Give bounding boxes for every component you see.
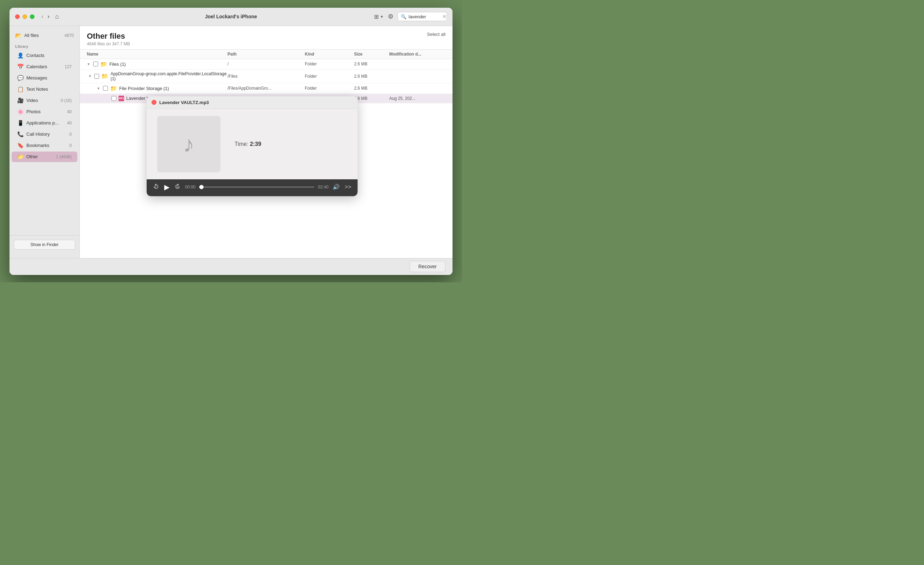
volume-button[interactable]: 🔊 xyxy=(332,184,340,190)
row-filename: File Provider Storage (1) xyxy=(119,86,169,91)
sidebar-item-video[interactable]: 🎥 Video 0 (16) xyxy=(12,95,77,106)
search-clear-icon[interactable]: ✕ xyxy=(442,14,447,19)
time-label: Time: xyxy=(234,141,248,147)
expand-chevron[interactable]: ▼ xyxy=(87,62,91,66)
sidebar-item-other[interactable]: 📁 Other 1 (4646) xyxy=(12,151,77,162)
view-toggle[interactable]: ⊞ ▼ xyxy=(374,13,384,20)
maximize-button[interactable] xyxy=(30,14,34,19)
calendars-icon: 📅 xyxy=(17,64,24,70)
bottom-bar: Recover xyxy=(9,258,453,275)
messages-icon: 💬 xyxy=(17,75,24,81)
rewind-15-button[interactable]: 15 xyxy=(152,183,160,191)
all-files-label: All files xyxy=(24,33,39,38)
titlebar-controls: ⊞ ▼ ⚙ 🔍 ✕ xyxy=(374,12,447,21)
file-count-subtitle: 4646 files on 347.7 MB xyxy=(87,42,130,46)
forward-15-button[interactable]: 15 xyxy=(174,183,182,191)
row-size: 2.6 MB xyxy=(354,86,389,91)
sidebar-item-bookmarks[interactable]: 🔖 Bookmarks 0 xyxy=(12,140,77,151)
sidebar-item-calendars[interactable]: 📅 Calendars 127 xyxy=(12,61,77,72)
player-title: Lavender VAULTZ.mp3 xyxy=(159,100,209,105)
player-info: Time: 2:39 xyxy=(234,141,261,147)
apps-count: 40 xyxy=(67,121,72,126)
filter-button[interactable]: ⚙ xyxy=(388,13,393,20)
progress-bar[interactable] xyxy=(199,186,314,188)
apps-label: Applications p... xyxy=(26,120,59,126)
play-pause-button[interactable]: ▶ xyxy=(164,183,170,191)
music-note-icon: ♪ xyxy=(183,131,194,157)
row-kind: Folder xyxy=(305,74,354,79)
expand-chevron[interactable]: ▼ xyxy=(97,87,101,90)
search-input[interactable] xyxy=(408,14,440,19)
bookmarks-label: Bookmarks xyxy=(26,143,49,148)
sidebar-item-photos[interactable]: 🌸 Photos 40 xyxy=(12,106,77,117)
col-size: Size xyxy=(354,52,389,57)
sidebar-item-all-files[interactable]: 📂 All files 4870 xyxy=(9,30,80,41)
video-label: Video xyxy=(26,98,38,103)
sidebar-item-textnotes[interactable]: 📋 Text Notes xyxy=(12,84,77,94)
callhistory-count: 0 xyxy=(69,132,72,137)
all-files-count: 4870 xyxy=(64,33,74,38)
row-path: /Files xyxy=(228,74,305,79)
table-row[interactable]: ▼ 📁 AppDomainGroup-group.com.apple.FileP… xyxy=(80,70,453,83)
folder-icon: 📁 xyxy=(101,73,108,79)
table-header: Name Path Kind Size Modification d... xyxy=(80,49,453,59)
back-arrow[interactable]: ‹ xyxy=(40,13,45,20)
callhistory-label: Call History xyxy=(26,132,50,137)
sidebar-item-contacts[interactable]: 👤 Contacts xyxy=(12,50,77,61)
all-files-label-group: 📂 All files xyxy=(15,32,39,39)
home-button[interactable]: ⌂ xyxy=(55,13,59,20)
photos-icon: 🌸 xyxy=(17,109,24,115)
row-checkbox[interactable] xyxy=(93,61,98,66)
row-checkbox[interactable] xyxy=(94,74,99,79)
folder-icon: 📁 xyxy=(100,61,107,67)
player-close-button[interactable] xyxy=(152,100,156,105)
row-size: 2.6 MB xyxy=(354,61,389,66)
photos-label: Photos xyxy=(26,109,40,114)
player-artwork: ♪ xyxy=(157,116,220,172)
nav-arrows: ‹ › xyxy=(40,13,51,20)
row-modified: Aug 25, 202... xyxy=(389,96,446,101)
search-box[interactable]: 🔍 ✕ xyxy=(398,12,447,21)
apps-icon: 📱 xyxy=(17,120,24,126)
other-icon: 📁 xyxy=(17,154,24,160)
textnotes-label: Text Notes xyxy=(26,87,48,92)
current-time: 00:00 xyxy=(185,184,195,189)
video-icon: 🎥 xyxy=(17,97,24,104)
sidebar-item-messages[interactable]: 💬 Messages xyxy=(12,73,77,83)
close-button[interactable] xyxy=(15,14,20,19)
library-section-label: Library xyxy=(9,41,80,50)
other-label: Other xyxy=(26,154,38,159)
row-kind: Folder xyxy=(305,86,354,91)
calendars-label: Calendars xyxy=(26,64,47,69)
sidebar-item-callhistory[interactable]: 📞 Call History 0 xyxy=(12,129,77,139)
titlebar: ‹ › ⌂ Joel Lockard's iPhone ⊞ ▼ ⚙ 🔍 ✕ xyxy=(9,8,453,26)
progress-thumb[interactable] xyxy=(200,185,204,189)
expand-chevron[interactable]: ▼ xyxy=(88,74,92,78)
table-row[interactable]: ▼ 📁 File Provider Storage (1) /Files/App… xyxy=(80,83,453,94)
row-size: 2.6 MB xyxy=(354,74,389,79)
traffic-lights xyxy=(15,14,34,19)
select-all-button[interactable]: Select all xyxy=(427,31,446,37)
sidebar-item-applications[interactable]: 📱 Applications p... 40 xyxy=(12,118,77,128)
minimize-button[interactable] xyxy=(22,14,27,19)
page-title: Other files xyxy=(87,31,130,41)
col-kind: Kind xyxy=(305,52,354,57)
show-in-finder-button[interactable]: Show in Finder xyxy=(14,240,75,250)
bookmarks-count: 0 xyxy=(69,143,72,148)
forward-arrow[interactable]: › xyxy=(46,13,51,20)
grid-view-icon[interactable]: ⊞ xyxy=(374,13,379,20)
row-checkbox[interactable] xyxy=(103,86,108,91)
row-path: / xyxy=(228,61,305,66)
all-files-icon: 📂 xyxy=(15,32,21,39)
messages-label: Messages xyxy=(26,75,47,81)
bookmarks-icon: 🔖 xyxy=(17,142,24,149)
content-header: Other files 4646 files on 347.7 MB Selec… xyxy=(80,26,453,49)
row-checkbox[interactable] xyxy=(111,96,116,101)
more-options-button[interactable]: >> xyxy=(344,184,352,190)
callhistory-icon: 📞 xyxy=(17,131,24,138)
row-filename: Files (1) xyxy=(110,61,126,67)
table-row[interactable]: ▼ 📁 Files (1) / Folder 2.6 MB xyxy=(80,59,453,70)
sidebar: 📂 All files 4870 Library 👤 Contacts 📅 Ca… xyxy=(9,26,80,258)
total-time: 02:40 xyxy=(318,184,328,189)
recover-button[interactable]: Recover xyxy=(410,261,446,272)
